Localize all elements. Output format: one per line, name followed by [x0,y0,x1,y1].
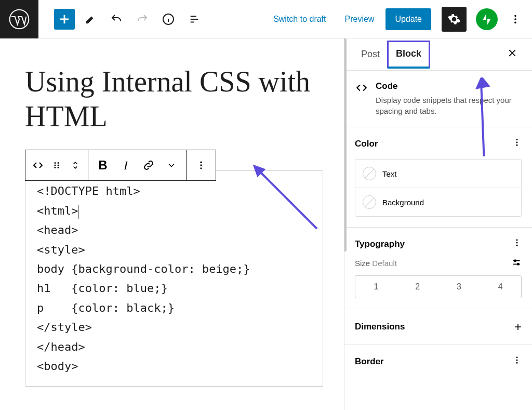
svg-point-14 [516,139,518,140]
undo-button[interactable] [106,9,127,30]
svg-point-20 [514,260,516,261]
settings-button[interactable] [442,7,467,32]
info-button[interactable] [158,9,179,30]
text-color-swatch [363,167,376,180]
update-button[interactable]: Update [385,8,431,30]
svg-point-19 [516,245,518,246]
preview-button[interactable]: Preview [338,9,382,29]
border-panel-more-icon[interactable] [512,355,522,367]
size-label: Size [355,259,370,268]
size-option-1[interactable]: 1 [355,276,397,298]
size-option-2[interactable]: 2 [397,276,438,298]
svg-point-15 [516,142,518,143]
add-block-button[interactable] [54,9,75,30]
dimensions-add-icon[interactable]: + [514,320,522,334]
dimensions-panel-title: Dimensions [355,322,405,332]
block-toolbar: B I [25,150,216,181]
tab-block[interactable]: Block [387,41,430,69]
move-block-button[interactable] [66,153,85,178]
editor-canvas[interactable]: Using Internal CSS with HTML B I [0,38,344,410]
color-panel-more-icon[interactable] [512,138,522,150]
svg-point-23 [516,360,518,361]
svg-point-8 [58,165,59,166]
svg-point-4 [514,21,516,23]
drag-handle-icon[interactable] [47,153,66,178]
link-button[interactable] [137,153,160,178]
svg-point-6 [58,162,59,164]
svg-point-5 [55,162,56,164]
svg-point-17 [516,239,518,241]
text-color-label: Text [382,169,397,178]
svg-point-22 [516,356,518,358]
svg-point-16 [516,144,518,146]
color-panel-title: Color [355,139,378,149]
size-settings-icon[interactable] [511,257,522,269]
size-option-3[interactable]: 3 [438,276,480,298]
italic-button[interactable]: I [114,153,137,178]
jetpack-button[interactable] [476,8,498,30]
scrollbar[interactable] [344,38,347,252]
svg-point-21 [517,263,519,265]
edit-mode-button[interactable] [80,9,101,30]
background-color-control[interactable]: Background [355,188,521,216]
svg-point-9 [55,167,56,168]
code-block[interactable]: <!DOCTYPE html> <html> <head> <style> bo… [25,170,323,387]
code-icon [355,81,368,116]
svg-point-3 [514,18,516,20]
background-color-swatch [363,195,376,209]
svg-point-13 [200,168,202,169]
svg-point-11 [200,162,202,163]
settings-sidebar: Post Block Code Display code snippets th… [344,38,532,410]
block-name: Code [376,81,522,91]
bold-button[interactable]: B [91,153,114,178]
svg-point-10 [58,167,59,168]
svg-point-12 [200,165,202,166]
post-title[interactable]: Using Internal CSS with HTML [25,64,323,134]
text-color-control[interactable]: Text [355,160,521,188]
svg-point-7 [55,165,56,166]
block-description: Display code snippets that respect your … [376,95,522,116]
size-option-4[interactable]: 4 [480,276,521,298]
block-type-icon[interactable] [29,153,47,178]
more-formatting-button[interactable] [160,153,183,178]
typography-panel-more-icon[interactable] [512,238,522,250]
size-default: Default [372,259,397,268]
tab-post[interactable]: Post [354,39,387,69]
typography-panel-title: Typography [355,239,405,249]
svg-point-18 [516,242,518,244]
switch-to-draft-button[interactable]: Switch to draft [266,9,333,29]
svg-point-24 [516,362,518,364]
svg-point-2 [514,15,516,17]
block-more-options-button[interactable] [190,153,212,178]
background-color-label: Background [382,198,424,207]
outline-button[interactable] [184,9,205,30]
redo-button[interactable] [132,9,153,30]
close-sidebar-button[interactable] [502,43,523,67]
size-segmented-control[interactable]: 1 2 3 4 [355,275,522,298]
border-panel-title: Border [355,356,384,367]
more-options-button[interactable] [505,9,526,30]
wordpress-logo[interactable] [0,0,38,38]
